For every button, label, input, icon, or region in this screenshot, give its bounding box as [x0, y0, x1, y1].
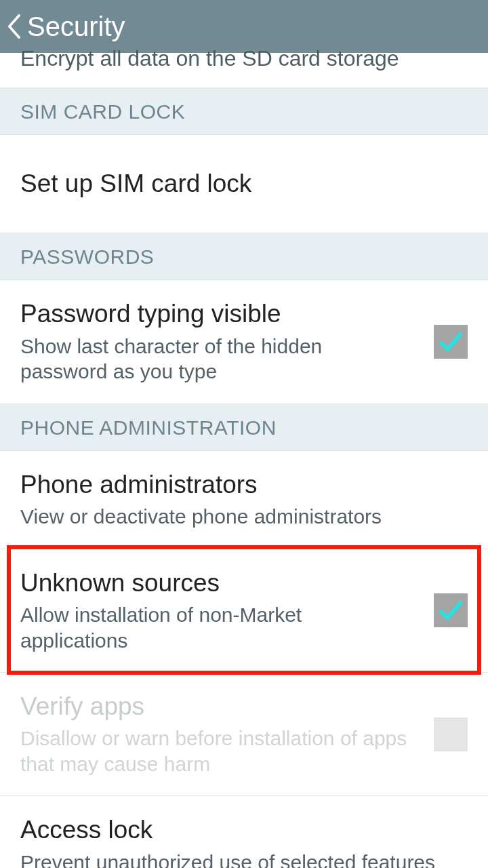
- unknown-sources-row[interactable]: Unknown sources Allow installation of no…: [0, 549, 488, 673]
- encrypt-sd-subtitle: Encrypt all data on the SD card storage: [20, 46, 468, 71]
- phone-admins-row[interactable]: Phone administrators View or deactivate …: [0, 451, 488, 549]
- page-title: Security: [27, 12, 125, 42]
- settings-list: Encrypt all data on the SD card storage …: [0, 46, 488, 868]
- verify-apps-checkbox: [434, 717, 468, 751]
- unknown-sources-checkbox[interactable]: [434, 593, 468, 627]
- section-header-phone-admin: PHONE ADMINISTRATION: [0, 404, 488, 451]
- unknown-sources-sub: Allow installation of non-Market applica…: [20, 602, 420, 653]
- check-icon: [437, 328, 464, 355]
- app-header: Security: [0, 0, 488, 53]
- setup-sim-lock-row[interactable]: Set up SIM card lock: [0, 135, 488, 233]
- section-header-sim-card-lock: SIM CARD LOCK: [0, 88, 488, 135]
- setup-sim-lock-title: Set up SIM card lock: [20, 169, 468, 199]
- section-header-passwords: PASSWORDS: [0, 233, 488, 280]
- access-lock-row[interactable]: Access lock Prevent unauthorized use of …: [0, 796, 488, 868]
- phone-admins-sub: View or deactivate phone administrators: [20, 504, 468, 530]
- password-visible-row[interactable]: Password typing visible Show last charac…: [0, 280, 488, 403]
- verify-apps-title: Verify apps: [20, 692, 420, 722]
- unknown-sources-title: Unknown sources: [20, 568, 420, 598]
- verify-apps-row: Verify apps Disallow or warn before inst…: [0, 673, 488, 796]
- verify-apps-sub: Disallow or warn before installation of …: [20, 726, 420, 776]
- phone-admins-title: Phone administrators: [20, 470, 468, 500]
- password-visible-checkbox[interactable]: [434, 325, 468, 359]
- access-lock-title: Access lock: [20, 815, 468, 845]
- password-visible-title: Password typing visible: [20, 299, 420, 329]
- password-visible-sub: Show last character of the hidden passwo…: [20, 334, 420, 384]
- back-chevron-icon[interactable]: [7, 14, 22, 39]
- encrypt-sd-row-partial[interactable]: Encrypt all data on the SD card storage: [0, 46, 488, 88]
- access-lock-sub: Prevent unauthorized use of selected fea…: [20, 850, 468, 868]
- check-icon: [437, 597, 464, 624]
